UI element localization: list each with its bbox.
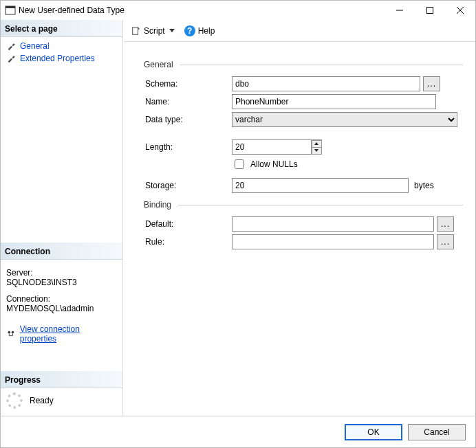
title-bar: New User-defined Data Type — [1, 1, 475, 20]
connection-header: Connection — [1, 243, 122, 260]
script-icon — [131, 26, 141, 36]
ok-button[interactable]: OK — [345, 424, 402, 440]
left-panel: Select a page General Extended Propertie… — [1, 20, 123, 416]
default-row: Default: ... — [144, 216, 463, 232]
connection-block: Server: SQLNODE3\INST3 Connection: MYDEM… — [1, 260, 122, 322]
server-label: Server: — [6, 264, 117, 278]
page-item-extended[interactable]: Extended Properties — [1, 52, 122, 65]
progress-status: Ready — [30, 396, 54, 405]
connection-value: MYDEMOSQL\adadmin — [6, 304, 117, 316]
close-button[interactable] — [445, 1, 475, 20]
script-button[interactable]: Script — [129, 25, 177, 37]
storage-unit: bytes — [414, 181, 434, 190]
svg-rect-8 — [133, 27, 138, 34]
view-connection-properties[interactable]: View connection properties — [1, 322, 122, 350]
connection-label: Connection: — [6, 290, 117, 304]
default-input[interactable] — [232, 216, 434, 232]
content-area: Select a page General Extended Propertie… — [1, 20, 475, 416]
datatype-label: Data type: — [144, 115, 232, 124]
toolbar: Script ? Help — [123, 20, 475, 42]
page-link[interactable]: General — [20, 41, 50, 51]
help-icon: ? — [184, 25, 195, 36]
rule-label: Rule: — [144, 237, 232, 247]
default-label: Default: — [144, 219, 232, 229]
view-connection-link[interactable]: View connection properties — [20, 324, 117, 344]
storage-input — [232, 178, 409, 193]
dialog-window: New User-defined Data Type Select a page… — [0, 0, 476, 448]
general-group-label: General — [144, 60, 173, 69]
cancel-button[interactable]: Cancel — [408, 424, 466, 440]
schema-input[interactable] — [232, 76, 420, 91]
page-item-general[interactable]: General — [1, 40, 122, 52]
svg-rect-3 — [427, 8, 433, 14]
allow-nulls-label: Allow NULLs — [250, 159, 298, 169]
rule-input[interactable] — [232, 234, 434, 249]
svg-rect-1 — [6, 6, 15, 8]
help-label: Help — [198, 26, 215, 36]
general-group: General — [144, 60, 463, 69]
dropdown-icon[interactable] — [169, 29, 175, 32]
select-page-header: Select a page — [1, 20, 122, 37]
name-input[interactable] — [232, 94, 436, 109]
length-label: Length: — [144, 142, 232, 152]
rule-browse-button[interactable]: ... — [437, 234, 454, 249]
schema-label: Schema: — [144, 79, 232, 89]
window-buttons — [385, 1, 475, 20]
help-button[interactable]: ? Help — [182, 24, 218, 38]
progress-block: Ready — [1, 388, 122, 416]
properties-icon — [6, 329, 16, 339]
script-label: Script — [144, 26, 165, 36]
allow-nulls-checkbox[interactable] — [235, 159, 244, 169]
rule-row: Rule: ... — [144, 234, 463, 249]
binding-group-label: Binding — [144, 200, 171, 210]
page-list: General Extended Properties — [1, 37, 122, 67]
name-label: Name: — [144, 97, 232, 107]
svg-point-6 — [8, 331, 10, 333]
schema-browse-button[interactable]: ... — [423, 76, 440, 91]
minimize-button[interactable] — [385, 1, 415, 20]
schema-row: Schema: ... — [144, 76, 463, 91]
window-title: New User-defined Data Type — [16, 5, 385, 15]
bottom-bar: OK Cancel — [1, 416, 475, 447]
server-value: SQLNODE3\INST3 — [6, 278, 117, 290]
progress-header: Progress — [1, 371, 122, 388]
name-row: Name: — [144, 94, 463, 109]
allow-nulls-row: Allow NULLs — [144, 157, 463, 171]
wrench-icon — [6, 41, 16, 51]
length-spinner[interactable] — [311, 140, 321, 154]
right-panel: Script ? Help General Schema: ... — [123, 20, 475, 416]
svg-line-4 — [457, 7, 464, 14]
svg-line-5 — [457, 7, 464, 14]
svg-point-7 — [12, 331, 14, 333]
storage-label: Storage: — [144, 181, 232, 190]
binding-group: Binding — [144, 200, 463, 210]
wrench-icon — [6, 54, 16, 63]
default-browse-button[interactable]: ... — [437, 216, 454, 232]
page-link[interactable]: Extended Properties — [20, 54, 95, 63]
spin-down-button[interactable] — [312, 147, 322, 155]
datatype-select[interactable]: varchar — [232, 112, 457, 127]
length-input[interactable] — [232, 139, 322, 155]
app-icon — [5, 5, 16, 16]
progress-spinner-icon — [6, 392, 23, 409]
length-row: Length: — [144, 139, 463, 155]
storage-row: Storage: bytes — [144, 178, 463, 193]
datatype-row: Data type: varchar — [144, 112, 463, 127]
form-area: General Schema: ... Name: Data type: var… — [123, 42, 475, 416]
maximize-button[interactable] — [415, 1, 445, 20]
